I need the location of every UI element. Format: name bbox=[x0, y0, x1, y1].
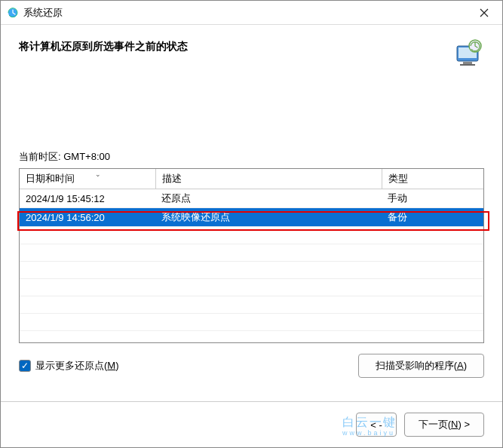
cell-datetime: 2024/1/9 15:45:12 bbox=[20, 189, 155, 208]
cell-type: 备份 bbox=[382, 208, 483, 227]
table-row[interactable] bbox=[20, 262, 483, 279]
cell-type: 手动 bbox=[382, 189, 483, 208]
restore-monitor-icon bbox=[452, 37, 484, 69]
cell-description: 系统映像还原点 bbox=[155, 208, 382, 227]
cell-datetime: 2024/1/9 14:56:20 bbox=[20, 208, 155, 227]
checkbox-checked-icon: ✓ bbox=[19, 360, 31, 372]
back-button[interactable]: < - bbox=[356, 413, 397, 437]
window-title: 系统还原 bbox=[23, 6, 469, 20]
close-icon bbox=[480, 8, 489, 17]
col-label: 日期和时间 bbox=[26, 173, 75, 184]
table-row[interactable] bbox=[20, 279, 483, 296]
close-button[interactable] bbox=[469, 2, 499, 24]
scan-affected-programs-button[interactable]: 扫描受影响的程序(A) bbox=[358, 354, 484, 378]
table-row[interactable] bbox=[20, 244, 483, 262]
table-row[interactable] bbox=[20, 296, 483, 314]
col-datetime[interactable]: 日期和时间 ⌄ bbox=[20, 169, 155, 189]
below-table-row: ✓ 显示更多还原点(M) 扫描受影响的程序(A) bbox=[19, 354, 484, 378]
next-button[interactable]: 下一页(N) > bbox=[404, 413, 484, 437]
svg-rect-3 bbox=[463, 62, 472, 64]
cell-description: 还原点 bbox=[155, 189, 382, 208]
table-row[interactable]: 2024/1/9 15:45:12 还原点 手动 bbox=[20, 189, 483, 208]
col-type[interactable]: 类型 bbox=[382, 169, 483, 189]
timezone-label: 当前时区: GMT+8:00 bbox=[19, 150, 484, 164]
table-header-row: 日期和时间 ⌄ 描述 类型 bbox=[20, 169, 483, 189]
sort-indicator-icon: ⌄ bbox=[95, 170, 101, 178]
page-heading: 将计算机还原到所选事件之前的状态 bbox=[19, 37, 446, 54]
show-more-checkbox[interactable]: ✓ 显示更多还原点(M) bbox=[19, 359, 119, 373]
system-restore-window: 系统还原 将计算机还原到所选事件之前的状态 当前时区: GMT+8:00 bbox=[0, 0, 503, 448]
checkbox-label: 显示更多还原点(M) bbox=[35, 359, 119, 373]
system-restore-icon bbox=[7, 7, 19, 19]
header: 将计算机还原到所选事件之前的状态 bbox=[1, 25, 502, 75]
footer: 白云一键 www.baiyu < - 下一页(N) > bbox=[1, 401, 502, 447]
table-row[interactable] bbox=[20, 227, 483, 244]
table-row[interactable]: 2024/1/9 14:56:20 系统映像还原点 备份 bbox=[20, 208, 483, 227]
table-row[interactable] bbox=[20, 314, 483, 331]
titlebar: 系统还原 bbox=[1, 1, 502, 25]
svg-rect-4 bbox=[460, 64, 475, 66]
col-description[interactable]: 描述 bbox=[155, 169, 382, 189]
content-area: 当前时区: GMT+8:00 日期和时间 ⌄ 描述 类型 bbox=[1, 75, 502, 401]
restore-points-table: 日期和时间 ⌄ 描述 类型 2024/1/9 15:45:12 还原点 手动 bbox=[19, 168, 484, 343]
